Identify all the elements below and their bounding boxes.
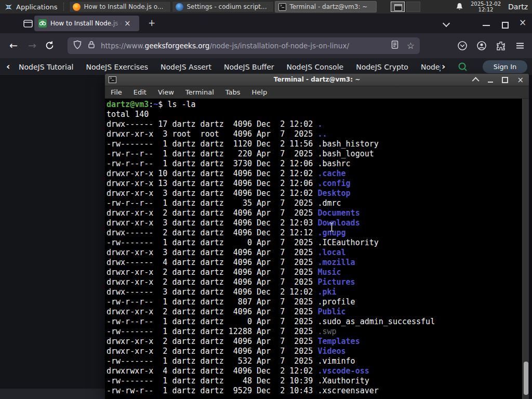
site-nav-link[interactable]: NodeJS Tutorial	[19, 63, 73, 71]
terminal-menu-terminal[interactable]: Terminal	[185, 88, 214, 96]
panel-separator	[63, 3, 66, 11]
terminal-menu-tabs[interactable]: Tabs	[225, 88, 241, 96]
site-search-icon[interactable]	[458, 62, 468, 72]
terminal-icon	[278, 3, 286, 11]
taskbar-window-label: Terminal - dartz@vm3: ~	[289, 3, 367, 10]
applications-menu-label: Applications	[16, 3, 57, 11]
nav-scroll-right-chevron[interactable]: ›	[442, 61, 445, 72]
window-close-button[interactable]: ×	[519, 17, 526, 28]
browser-tab-bar: How to Install Node.js on × + ×	[0, 14, 532, 33]
lock-icon[interactable]	[87, 41, 96, 51]
window-maximize-button[interactable]	[502, 22, 509, 29]
terminal-scrollbar[interactable]	[522, 99, 529, 399]
workspace-window-thumb	[394, 4, 402, 11]
taskbar-window-button[interactable]: Settings - codium script...	[172, 1, 274, 12]
terminal-output-line: -rw------- 1 dartz dartz 48 Dec 2 10:39 …	[107, 376, 435, 386]
terminal-titlebar[interactable]: Terminal - dartz@vm3: ~ ×	[105, 74, 529, 86]
terminal-output-line: dartz@vm3:~$ ls -la	[107, 100, 435, 110]
terminal-scrollbar-thumb[interactable]	[524, 362, 528, 395]
terminal-output-line: drwxr-xr-x 3 dartz dartz 4096 Dec 2 12:0…	[107, 218, 435, 228]
reader-mode-icon[interactable]	[390, 40, 400, 51]
clock-date: 2025-12-02	[471, 1, 501, 7]
codium-icon	[176, 3, 183, 11]
terminal-output-line: drwx------ 2 dartz dartz 4096 Dec 2 12:1…	[107, 228, 435, 238]
terminal-output-line: -rw-r--r-- 1 dartz dartz 0 Apr 7 2025 .s…	[107, 317, 435, 327]
hamburger-menu-icon[interactable]	[515, 41, 525, 51]
extensions-puzzle-icon[interactable]	[496, 41, 506, 51]
account-icon[interactable]	[476, 41, 487, 51]
terminal-output-line: drwx------ 17 dartz dartz 4096 Dec 2 12:…	[107, 119, 435, 129]
toolbar-right-icons	[457, 41, 525, 51]
sign-in-button[interactable]: Sign In	[483, 60, 527, 73]
terminal-output-line: drwxr-xr-x 2 dartz dartz 4096 Apr 7 2025…	[107, 268, 435, 277]
terminal-maximize-button[interactable]	[502, 77, 508, 83]
terminal-output-line: drwxr-xr-x 10 dartz dartz 4096 Dec 2 12:…	[107, 169, 435, 179]
workspace-2[interactable]	[406, 2, 420, 12]
terminal-output-line: -rw-r--r-- 1 dartz dartz 220 Apr 7 2025 …	[107, 149, 435, 159]
new-tab-button[interactable]: +	[147, 18, 157, 29]
terminal-output-line: drwxrwxr-x 4 dartz dartz 4096 Dec 2 12:0…	[107, 366, 435, 376]
site-nav-items: NodeJS TutorialNodeJS ExercisesNodeJS As…	[19, 58, 441, 75]
nav-scroll-left-chevron[interactable]: ‹	[6, 61, 10, 72]
terminal-minimize-button[interactable]	[488, 82, 493, 83]
system-tray: 2025-12-02 12:12 Dartz	[456, 0, 532, 14]
tab-title: How to Install Node.js on	[50, 19, 122, 28]
site-nav-link[interactable]: NodeJS Exercises	[86, 63, 148, 71]
firefox-icon	[73, 3, 81, 11]
notification-bell-icon[interactable]	[456, 3, 463, 11]
url-scheme: https://www.	[101, 42, 145, 50]
terminal-menu-help[interactable]: Help	[252, 88, 268, 96]
terminal-window: Terminal - dartz@vm3: ~ × FileEditViewTe…	[105, 74, 529, 399]
browser-tab[interactable]: How to Install Node.js on ×	[34, 16, 139, 31]
url-text: https://www.geeksforgeeks.org/node-js/in…	[101, 42, 349, 50]
workspace-1[interactable]	[391, 2, 405, 12]
terminal-menu-edit[interactable]: Edit	[134, 88, 147, 96]
terminal-output-line: drwxr-xr-x 13 dartz dartz 4096 Dec 2 12:…	[107, 179, 435, 189]
taskbar-window-label: Settings - codium script...	[187, 3, 267, 10]
terminal-body[interactable]: dartz@vm3:~$ ls -latotal 140drwx------ 1…	[105, 99, 529, 399]
terminal-output-line: drwxr-xr-x 2 dartz dartz 4096 Apr 7 2025…	[107, 208, 435, 218]
terminal-menu-file[interactable]: File	[111, 88, 122, 96]
terminal-output: dartz@vm3:~$ ls -latotal 140drwx------ 1…	[107, 100, 435, 396]
taskbar: How to Install Node.js o...Settings - co…	[69, 1, 377, 12]
applications-menu-button[interactable]: Applications	[0, 1, 61, 13]
bookmark-star-icon[interactable]: ☆	[407, 41, 415, 51]
site-nav-link[interactable]: NodeJS Assert	[161, 63, 211, 71]
terminal-output-line: drwxr-xr-x 2 dartz dartz 4096 Apr 7 2025…	[107, 347, 435, 356]
site-nav-link[interactable]: NodeJS Console	[287, 63, 344, 71]
site-nav-link[interactable]: NodeJS Buffer	[224, 63, 274, 71]
panel-clock[interactable]: 2025-12-02 12:12	[471, 1, 501, 12]
terminal-output-line: -rw-rw-r-- 1 dartz dartz 9529 Dec 2 10:4…	[107, 386, 435, 396]
tracking-shield-icon[interactable]	[73, 40, 82, 51]
pocket-icon[interactable]	[457, 41, 468, 51]
reload-icon[interactable]	[45, 41, 55, 50]
forward-button[interactable]: →	[25, 38, 39, 52]
clock-time: 12:12	[478, 7, 494, 12]
tab-close-icon[interactable]: ×	[124, 20, 131, 28]
terminal-output-line: drwxr-xr-x 2 dartz dartz 4096 Apr 7 2025…	[107, 337, 435, 347]
site-nav-link[interactable]: NodeJS DNS	[421, 63, 441, 71]
terminal-output-line: drwxr-xr-x 2 dartz dartz 4096 Apr 7 2025…	[107, 277, 435, 287]
terminal-output-line: drwx------ 3 dartz dartz 4096 Dec 2 12:0…	[107, 287, 435, 297]
terminal-menu-view[interactable]: View	[158, 88, 174, 96]
taskbar-window-label: How to Install Node.js o...	[84, 3, 163, 10]
browser-toolbar: ← → https://www.geeksforgeeks.org/node-j…	[0, 33, 532, 58]
terminal-close-button[interactable]: ×	[517, 76, 524, 84]
terminal-output-line: drwxr-xr-x 3 dartz dartz 4096 Dec 2 12:0…	[107, 189, 435, 198]
mouse-cursor-ibeam	[329, 222, 335, 232]
site-nav-link[interactable]: NodeJS Crypto	[356, 63, 408, 71]
window-minimize-button[interactable]	[483, 25, 490, 26]
terminal-output-line: drwxr-xr-x 2 dartz dartz 4096 Apr 7 2025…	[107, 307, 435, 317]
workspace-switcher	[391, 2, 420, 12]
panel-username: Dartz	[508, 3, 528, 11]
taskbar-window-button[interactable]: Terminal - dartz@vm3: ~	[275, 1, 377, 12]
terminal-menubar: FileEditViewTerminalTabsHelp	[105, 86, 529, 99]
taskbar-window-button[interactable]: How to Install Node.js o...	[69, 1, 171, 12]
terminal-output-line: -rw------- 1 dartz dartz 1120 Dec 2 11:5…	[107, 139, 435, 149]
back-button[interactable]: ←	[7, 38, 20, 52]
firefox-view-icon[interactable]	[23, 18, 33, 29]
url-bar[interactable]: https://www.geeksforgeeks.org/node-js/in…	[68, 37, 420, 54]
site-subnav: ‹ NodeJS TutorialNodeJS ExercisesNodeJS …	[0, 58, 532, 76]
list-all-tabs-icon[interactable]	[444, 21, 451, 26]
geeksforgeeks-favicon	[38, 19, 47, 28]
